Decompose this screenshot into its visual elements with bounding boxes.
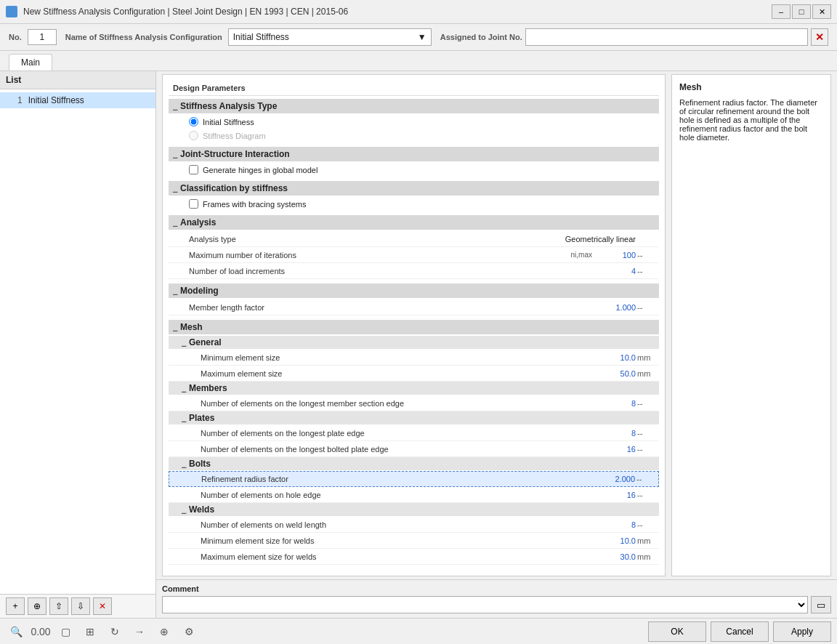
minimize-button[interactable]: – [772, 4, 790, 19]
mesh-members-section[interactable]: ⎯ Members [169, 382, 659, 395]
grid-button[interactable]: ⊞ [80, 621, 100, 642]
list-item[interactable]: 1 Initial Stiffness [0, 92, 155, 108]
min-element-label: Minimum element size [169, 353, 594, 362]
radio-stiffness-diagram-input[interactable] [189, 131, 198, 140]
clear-assigned-button[interactable]: ✕ [811, 28, 828, 46]
bolted-plate-elements-row: Number of elements on the longest bolted… [169, 441, 659, 457]
mesh-general-section[interactable]: ⎯ General [169, 336, 659, 349]
radio-stiffness-diagram[interactable]: Stiffness Diagram [169, 129, 659, 142]
analysis-section[interactable]: ⎯ Analysis [169, 215, 659, 230]
delete-item-button[interactable]: ✕ [93, 597, 112, 615]
min-weld-element-label: Minimum element size for welds [169, 536, 594, 545]
radio-stiffness-diagram-label: Stiffness Diagram [203, 132, 266, 140]
mesh-members-label: Members [189, 383, 227, 393]
config-bar: No. 1 Name of Stiffness Analysis Configu… [0, 24, 837, 51]
comment-section: Comment ▭ [156, 579, 837, 618]
max-iterations-value: 100 [594, 251, 637, 259]
collapse-icon-5: ⎯ [173, 287, 177, 295]
bolted-plate-elements-label: Number of elements on the longest bolted… [169, 445, 594, 454]
radio-initial-stiffness[interactable]: Initial Stiffness [169, 115, 659, 129]
weld-length-elements-value: 8 [594, 520, 637, 529]
navigate-button[interactable]: → [129, 621, 150, 642]
stiffness-type-section[interactable]: ⎯ Stiffness Analysis Type [169, 99, 659, 113]
tabs-bar: Main [0, 51, 837, 71]
params-panel[interactable]: Design Parameters ⎯ Stiffness Analysis T… [162, 74, 666, 576]
list-item-number: 1 [17, 95, 23, 105]
collapse-icon-4: ⎯ [173, 219, 177, 227]
refinement-radius-row[interactable]: Refinement radius factor 2.000 -- [169, 471, 659, 487]
left-panel-toolbar: + ⊕ ⇧ ⇩ ✕ [0, 594, 155, 618]
content-area: List 1 Initial Stiffness + ⊕ ⇧ ⇩ ✕ Desig [0, 71, 837, 618]
title-bar: New Stiffness Analysis Configuration | S… [0, 0, 837, 24]
mesh-bolts-section[interactable]: ⎯ Bolts [169, 457, 659, 470]
min-element-value: 10.0 [594, 353, 637, 362]
comment-input[interactable] [162, 596, 808, 613]
generate-hinges-row[interactable]: Generate hinges in global model [169, 163, 659, 177]
copy-item-button[interactable]: ⊕ [28, 597, 46, 615]
mesh-section[interactable]: ⎯ Mesh [169, 320, 659, 334]
list-item-name: Initial Stiffness [28, 95, 84, 105]
load-increments-unit: -- [637, 267, 655, 275]
apply-button[interactable]: Apply [773, 621, 831, 642]
max-weld-element-value: 30.0 [594, 552, 637, 561]
collapse-icon-8: ⎯ [182, 385, 186, 393]
search-button[interactable]: 🔍 [6, 621, 26, 642]
dialog-buttons: OK Cancel Apply [648, 621, 831, 642]
settings-button[interactable]: ⚙ [179, 621, 199, 642]
move-down-button[interactable]: ⇩ [71, 597, 90, 615]
view-button[interactable]: ▢ [55, 621, 76, 642]
collapse-icon-3: ⎯ [173, 185, 177, 193]
tab-main[interactable]: Main [9, 54, 52, 71]
min-element-row: Minimum element size 10.0 mm [169, 350, 659, 366]
rotate-button[interactable]: ↻ [105, 621, 125, 642]
joint-structure-section[interactable]: ⎯ Joint-Structure Interaction [169, 147, 659, 161]
frames-bracing-checkbox[interactable] [189, 199, 198, 209]
analysis-type-label: Analysis type [169, 235, 565, 243]
mesh-bolts-label: Bolts [189, 459, 211, 469]
mesh-welds-section[interactable]: ⎯ Welds [169, 503, 659, 516]
collapse-icon-10: ⎯ [182, 460, 186, 468]
analysis-label: Analysis [180, 217, 216, 228]
member-elements-value: 8 [594, 399, 637, 408]
app-icon [6, 6, 17, 17]
name-value: Initial Stiffness [233, 32, 289, 42]
maximize-button[interactable]: □ [792, 4, 811, 19]
bolted-plate-elements-value: 16 [594, 445, 637, 454]
close-button[interactable]: ✕ [812, 4, 831, 19]
no-section: No. 1 [9, 29, 57, 45]
weld-length-elements-unit: -- [637, 520, 655, 529]
ok-button[interactable]: OK [648, 621, 706, 642]
mesh-plates-section[interactable]: ⎯ Plates [169, 411, 659, 424]
generate-hinges-checkbox[interactable] [189, 165, 198, 174]
info-title: Mesh [679, 82, 823, 92]
bottom-icons: 🔍 0.00 ▢ ⊞ ↻ → ⊕ ⚙ [6, 621, 648, 642]
left-panel: List 1 Initial Stiffness + ⊕ ⇧ ⇩ ✕ [0, 71, 156, 618]
plate-elements-row: Number of elements on the longest plate … [169, 425, 659, 441]
numeric-button[interactable]: 0.00 [31, 621, 51, 642]
max-iterations-unit: -- [637, 251, 655, 259]
add-button[interactable]: ⊕ [154, 621, 174, 642]
mesh-general-label: General [189, 337, 222, 347]
member-elements-label: Number of elements on the longest member… [169, 399, 594, 408]
radio-initial-stiffness-input[interactable] [189, 117, 198, 126]
move-up-button[interactable]: ⇧ [49, 597, 68, 615]
assigned-input[interactable] [525, 28, 808, 46]
mesh-welds-label: Welds [189, 504, 214, 515]
frames-bracing-label: Frames with bracing systems [203, 200, 306, 209]
modeling-section[interactable]: ⎯ Modeling [169, 283, 659, 298]
comment-copy-button[interactable]: ▭ [811, 596, 831, 613]
collapse-icon-11: ⎯ [182, 506, 186, 514]
refinement-radius-label: Refinement radius factor [169, 475, 593, 483]
frames-bracing-row[interactable]: Frames with bracing systems [169, 197, 659, 211]
hole-edge-elements-label: Number of elements on hole edge [169, 491, 594, 499]
main-content: Design Parameters ⎯ Stiffness Analysis T… [156, 71, 837, 579]
max-weld-element-unit: mm [637, 552, 655, 561]
assigned-label: Assigned to Joint No. [440, 33, 522, 41]
member-elements-unit: -- [637, 399, 655, 408]
cancel-button[interactable]: Cancel [711, 621, 769, 642]
weld-length-elements-row: Number of elements on weld length 8 -- [169, 517, 659, 533]
classification-section[interactable]: ⎯ Classification by stiffness [169, 181, 659, 196]
add-item-button[interactable]: + [6, 597, 25, 615]
comment-row: ▭ [162, 596, 831, 613]
name-dropdown[interactable]: Initial Stiffness ▼ [228, 28, 432, 46]
